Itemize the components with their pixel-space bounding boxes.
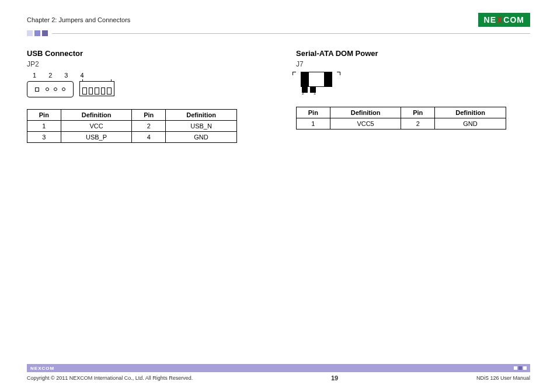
cell: 3 bbox=[27, 132, 61, 143]
usb-connector-icon bbox=[27, 81, 74, 97]
footer-bar: NEXCOM bbox=[27, 364, 530, 372]
section-title: Serial-ATA DOM Power bbox=[296, 49, 530, 58]
logo-text-x: X bbox=[497, 15, 503, 24]
table-row: 3 USB_P 4 GND bbox=[27, 132, 237, 143]
col-definition: Definition bbox=[435, 107, 506, 118]
pin-icon bbox=[46, 88, 49, 91]
pin-label: 1 bbox=[314, 91, 316, 95]
decor-square-icon bbox=[34, 30, 40, 36]
logo-text-pre: NE bbox=[484, 15, 496, 24]
decor-square-icon bbox=[27, 30, 33, 36]
footer-logo-post: COM bbox=[41, 366, 54, 371]
page-footer: NEXCOM Copyright © 2011 NEXCOM Internati… bbox=[27, 364, 530, 382]
cell: 1 bbox=[297, 118, 330, 130]
cell: USB_P bbox=[61, 132, 132, 143]
section-title: USB Connector bbox=[27, 49, 261, 58]
cell: VCC5 bbox=[330, 118, 401, 130]
usb-header-icon bbox=[79, 81, 114, 96]
pin-icon bbox=[35, 88, 39, 92]
footer-logo: NEXCOM bbox=[30, 366, 54, 371]
horizontal-rule bbox=[52, 33, 530, 34]
table-row: 1 VCC5 2 GND bbox=[297, 118, 506, 130]
sata-pin-table: Pin Definition Pin Definition 1 VCC5 2 G… bbox=[296, 107, 506, 130]
header-rule bbox=[27, 30, 530, 36]
col-pin: Pin bbox=[297, 107, 330, 118]
usb-diagram bbox=[27, 81, 261, 97]
table-header-row: Pin Definition Pin Definition bbox=[27, 110, 237, 121]
cell: 2 bbox=[401, 118, 435, 130]
pin-icon bbox=[54, 88, 57, 91]
usb-connector-section: USB Connector JP2 1 2 3 4 Pin De bbox=[27, 49, 261, 143]
pin-icon bbox=[62, 88, 65, 91]
sata-dom-section: Serial-ATA DOM Power J7 2 1 Pin Definiti… bbox=[296, 49, 530, 143]
col-pin: Pin bbox=[132, 110, 166, 121]
cell: 2 bbox=[132, 121, 166, 132]
pin-label: 2 bbox=[302, 91, 304, 95]
table-header-row: Pin Definition Pin Definition bbox=[297, 107, 506, 118]
nexcom-logo: NEXCOM bbox=[478, 13, 530, 27]
cell: GND bbox=[435, 118, 506, 130]
pin-numbers: 1 2 3 4 bbox=[33, 72, 261, 79]
col-pin: Pin bbox=[27, 110, 61, 121]
usb-pin-table: Pin Definition Pin Definition 1 VCC 2 US… bbox=[27, 109, 237, 143]
connector-ref: J7 bbox=[296, 60, 530, 68]
chapter-title: Chapter 2: Jumpers and Connectors bbox=[27, 16, 130, 23]
col-pin: Pin bbox=[401, 107, 435, 118]
footer-logo-pre: NE bbox=[30, 366, 38, 371]
cell: GND bbox=[166, 132, 237, 143]
col-definition: Definition bbox=[61, 110, 132, 121]
page-number: 19 bbox=[331, 374, 338, 382]
decor-squares-icon bbox=[514, 366, 527, 370]
col-definition: Definition bbox=[330, 107, 401, 118]
copyright-text: Copyright © 2011 NEXCOM International Co… bbox=[27, 375, 193, 381]
cell: 1 bbox=[27, 121, 61, 132]
doc-name: NDiS 126 User Manual bbox=[476, 375, 530, 381]
col-definition: Definition bbox=[166, 110, 237, 121]
decor-square-icon bbox=[42, 30, 48, 36]
cell: 4 bbox=[132, 132, 166, 143]
table-row: 1 VCC 2 USB_N bbox=[27, 121, 237, 132]
cell: USB_N bbox=[166, 121, 237, 132]
sata-connector-icon: 2 1 bbox=[296, 72, 337, 95]
connector-ref: JP2 bbox=[27, 60, 261, 68]
cell: VCC bbox=[61, 121, 132, 132]
logo-text-post: COM bbox=[503, 15, 524, 24]
